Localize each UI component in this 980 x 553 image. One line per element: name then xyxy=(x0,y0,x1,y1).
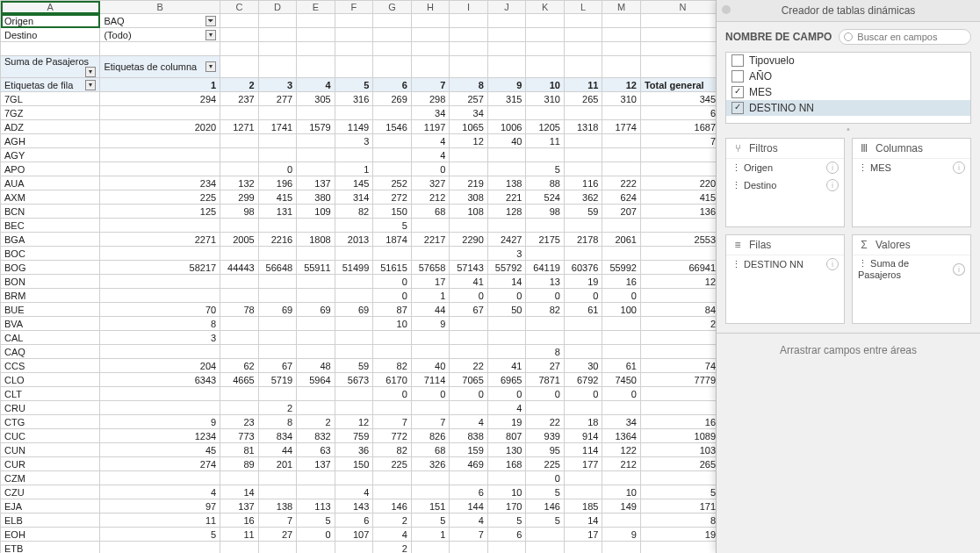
data-cell[interactable]: 10 xyxy=(373,317,412,331)
data-cell[interactable]: 2175 xyxy=(526,233,565,247)
row-total[interactable]: 0 xyxy=(640,471,724,485)
data-cell[interactable] xyxy=(602,345,641,359)
row-total[interactable]: 16871 xyxy=(640,120,724,134)
data-cell[interactable] xyxy=(602,219,641,233)
data-cell[interactable]: 299 xyxy=(220,190,259,205)
data-cell[interactable]: 9 xyxy=(100,415,220,429)
data-cell[interactable] xyxy=(297,317,335,331)
data-cell[interactable]: 5673 xyxy=(335,373,373,387)
data-cell[interactable]: 469 xyxy=(450,457,488,471)
cell[interactable] xyxy=(373,14,412,28)
cell[interactable] xyxy=(411,56,450,78)
data-cell[interactable]: 237 xyxy=(220,92,259,106)
data-cell[interactable]: 7 xyxy=(258,514,297,528)
row-total[interactable]: 3 xyxy=(640,331,724,345)
data-cell[interactable]: 2290 xyxy=(450,233,488,247)
data-cell[interactable] xyxy=(373,345,412,359)
data-cell[interactable] xyxy=(258,219,297,233)
row-total[interactable]: 53 xyxy=(640,485,724,499)
data-cell[interactable] xyxy=(450,331,488,345)
column-header-K[interactable]: K xyxy=(526,1,565,14)
data-cell[interactable] xyxy=(602,542,641,554)
data-cell[interactable] xyxy=(258,275,297,289)
data-cell[interactable]: 2005 xyxy=(220,233,259,247)
data-cell[interactable]: 58217 xyxy=(100,261,220,275)
row-total[interactable]: 77791 xyxy=(640,373,724,387)
data-cell[interactable]: 2 xyxy=(297,415,335,429)
close-icon[interactable] xyxy=(722,5,731,14)
row-label-ADZ[interactable]: ADZ xyxy=(1,120,100,134)
data-cell[interactable]: 832 xyxy=(297,429,335,443)
data-cell[interactable]: 122 xyxy=(602,443,641,457)
row-total[interactable]: 5 xyxy=(640,219,724,233)
data-cell[interactable]: 252 xyxy=(373,176,412,190)
data-cell[interactable] xyxy=(335,289,373,303)
data-cell[interactable] xyxy=(100,471,220,485)
data-cell[interactable]: 30 xyxy=(564,359,602,373)
data-cell[interactable]: 212 xyxy=(602,457,641,471)
grand-total-header[interactable]: Total general xyxy=(640,78,724,92)
data-cell[interactable] xyxy=(373,134,412,148)
data-cell[interactable]: 98 xyxy=(526,205,565,219)
data-cell[interactable] xyxy=(335,219,373,233)
data-cell[interactable] xyxy=(373,401,412,415)
data-cell[interactable]: 7871 xyxy=(526,373,565,387)
data-cell[interactable]: 68 xyxy=(411,443,450,457)
data-cell[interactable] xyxy=(564,317,602,331)
filter-label-Origen[interactable]: Origen xyxy=(1,14,100,28)
data-cell[interactable]: 116 xyxy=(564,176,602,190)
row-label-CRU[interactable]: CRU xyxy=(1,401,100,415)
data-cell[interactable] xyxy=(297,401,335,415)
data-cell[interactable] xyxy=(564,345,602,359)
row-total[interactable]: 0 xyxy=(640,387,724,401)
data-cell[interactable] xyxy=(373,148,412,162)
row-total[interactable]: 3453 xyxy=(640,92,724,106)
data-cell[interactable]: 138 xyxy=(258,499,297,514)
data-cell[interactable]: 22 xyxy=(450,359,488,373)
month-header-4[interactable]: 4 xyxy=(297,78,335,92)
row-total[interactable]: 669413 xyxy=(640,261,724,275)
data-cell[interactable]: 1271 xyxy=(220,120,259,134)
data-cell[interactable]: 204 xyxy=(100,359,220,373)
cell[interactable] xyxy=(297,28,335,42)
row-label-AGY[interactable]: AGY xyxy=(1,148,100,162)
data-cell[interactable]: 68 xyxy=(411,205,450,219)
row-label-AGH[interactable]: AGH xyxy=(1,134,100,148)
data-cell[interactable] xyxy=(526,542,565,554)
data-cell[interactable] xyxy=(297,162,335,176)
data-cell[interactable] xyxy=(450,219,488,233)
data-cell[interactable] xyxy=(411,401,450,415)
row-total[interactable]: 68 xyxy=(640,106,724,120)
column-header-C[interactable]: C xyxy=(220,1,259,14)
data-cell[interactable] xyxy=(487,542,526,554)
row-label-CLT[interactable]: CLT xyxy=(1,387,100,401)
data-cell[interactable]: 82 xyxy=(526,303,565,317)
filter-value-Origen[interactable]: BAQ⏷ xyxy=(100,14,220,28)
data-cell[interactable]: 151 xyxy=(411,499,450,514)
data-cell[interactable]: 60376 xyxy=(564,261,602,275)
field-item-DESTINO NN[interactable]: ✓DESTINO NN xyxy=(726,100,970,116)
data-cell[interactable]: 5719 xyxy=(258,373,297,387)
cell[interactable] xyxy=(526,28,565,42)
cell[interactable] xyxy=(602,14,641,28)
data-cell[interactable]: 826 xyxy=(411,429,450,443)
data-cell[interactable]: 55792 xyxy=(487,261,526,275)
data-cell[interactable]: 55911 xyxy=(297,261,335,275)
data-cell[interactable] xyxy=(258,148,297,162)
checkbox-icon[interactable] xyxy=(731,70,744,83)
data-cell[interactable]: 34 xyxy=(411,106,450,120)
data-cell[interactable]: 7065 xyxy=(450,373,488,387)
data-cell[interactable] xyxy=(487,162,526,176)
row-label-APO[interactable]: APO xyxy=(1,162,100,176)
row-total[interactable]: 2 xyxy=(640,542,724,554)
data-cell[interactable]: 1364 xyxy=(602,429,641,443)
data-cell[interactable] xyxy=(487,331,526,345)
data-cell[interactable] xyxy=(100,219,220,233)
data-cell[interactable]: 128 xyxy=(487,205,526,219)
data-cell[interactable]: 40 xyxy=(487,134,526,148)
data-cell[interactable]: 11 xyxy=(526,134,565,148)
data-cell[interactable]: 316 xyxy=(335,92,373,106)
data-cell[interactable]: 16 xyxy=(602,275,641,289)
info-icon[interactable]: i xyxy=(953,162,965,174)
row-total[interactable]: 10892 xyxy=(640,429,724,443)
